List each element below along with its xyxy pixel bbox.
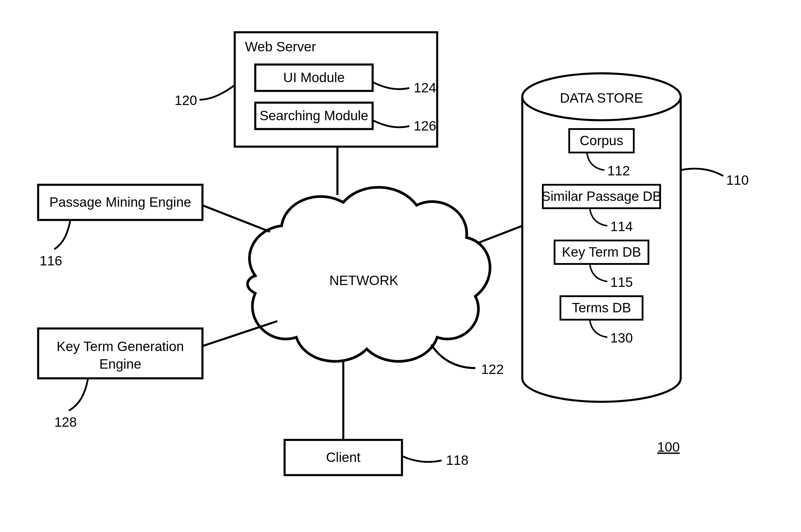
corpus-box: Corpus [569, 129, 634, 152]
key-term-gen-label-1: Key Term Generation [57, 339, 184, 354]
similar-passage-ref: 114 [610, 219, 633, 234]
client-label: Client [326, 450, 360, 465]
web-server-ref: 120 [174, 93, 197, 108]
web-server-box: Web Server UI Module 124 Searching Modul… [235, 32, 437, 147]
key-term-db-ref: 115 [610, 274, 633, 290]
key-term-gen-ref: 128 [54, 414, 77, 430]
searching-module-box: Searching Module [255, 103, 373, 129]
similar-passage-label: Similar Passage DB [541, 189, 662, 204]
network-cloud: NETWORK [248, 187, 490, 361]
ui-module-ref: 124 [414, 80, 436, 95]
figure-ref: 100 [657, 439, 680, 455]
key-term-gen-label-2: Engine [99, 356, 141, 372]
client-box: Client [285, 440, 402, 475]
key-term-db-label: Key Term DB [562, 244, 641, 260]
network-label: NETWORK [329, 273, 398, 288]
similar-passage-box: Similar Passage DB [541, 185, 662, 208]
svg-line-5 [202, 205, 270, 232]
terms-db-ref: 130 [610, 330, 633, 345]
data-store-title: DATA STORE [560, 90, 643, 106]
svg-line-15 [477, 226, 522, 243]
web-server-title: Web Server [245, 39, 316, 54]
data-store-ref: 110 [726, 172, 749, 188]
terms-db-label: Terms DB [572, 300, 631, 315]
key-term-db-box: Key Term DB [555, 241, 648, 264]
passage-mining-box: Passage Mining Engine [38, 185, 202, 220]
data-store-cylinder: DATA STORE Corpus 112 Similar Passage DB… [522, 73, 681, 402]
passage-mining-label: Passage Mining Engine [49, 194, 191, 210]
searching-module-label: Searching Module [260, 108, 369, 123]
ui-module-box: UI Module [255, 64, 373, 91]
terms-db-box: Terms DB [560, 296, 642, 320]
ui-module-label: UI Module [283, 70, 345, 85]
corpus-ref: 112 [607, 163, 630, 178]
passage-mining-ref: 116 [40, 253, 62, 268]
client-ref: 118 [446, 453, 469, 468]
corpus-label: Corpus [580, 133, 623, 148]
architecture-diagram: NETWORK 122 Web Server UI Module 124 Sea… [0, 0, 801, 532]
key-term-gen-box: Key Term Generation Engine [38, 328, 202, 378]
searching-module-ref: 126 [414, 118, 436, 133]
network-ref: 122 [481, 362, 504, 377]
